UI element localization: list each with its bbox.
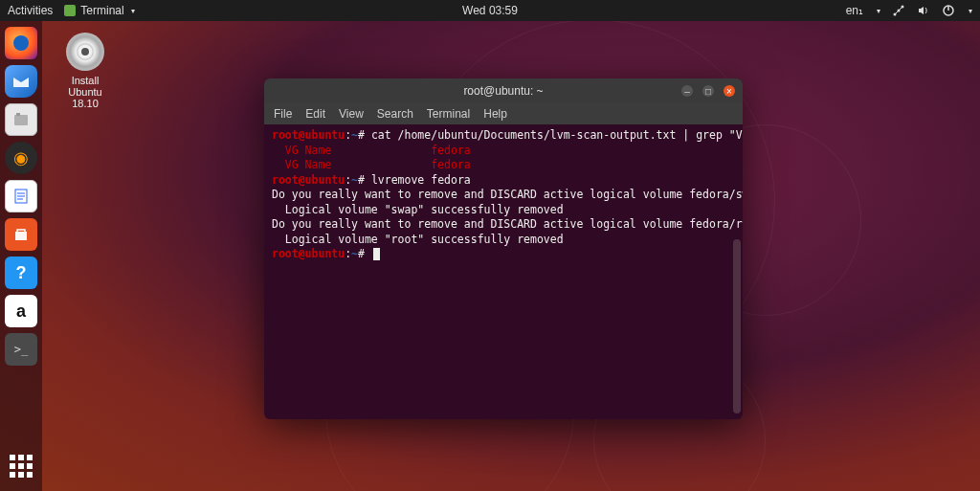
window-close-button[interactable]: × (724, 85, 735, 97)
terminal-output: Do you really want to remove and DISCARD… (272, 188, 735, 203)
terminal-output: VG Name fedora (272, 144, 735, 159)
menu-edit[interactable]: Edit (305, 107, 325, 121)
chevron-down-icon: ▾ (969, 7, 972, 15)
terminal-cursor (373, 248, 380, 260)
dock-libreoffice-writer[interactable] (5, 180, 37, 212)
terminal-output: VG Name fedora (272, 158, 735, 173)
menu-terminal[interactable]: Terminal (427, 107, 470, 121)
desktop-icon-label: InstallUbuntu18.10 (52, 75, 119, 109)
window-maximize-button[interactable]: □ (702, 85, 714, 97)
dock-help[interactable]: ? (5, 257, 37, 289)
terminal-scrollbar[interactable] (733, 239, 741, 413)
terminal-output: Logical volume "root" successfully remov… (272, 233, 735, 248)
window-title: root@ubuntu: ~ (463, 84, 543, 98)
svg-rect-8 (16, 113, 20, 116)
volume-icon[interactable] (917, 4, 930, 17)
power-icon[interactable] (942, 4, 955, 17)
svg-rect-13 (15, 232, 27, 240)
dock: ◉ ? a >_ (0, 21, 42, 491)
dock-files[interactable] (5, 103, 37, 136)
app-menu-label: Terminal (80, 4, 123, 17)
clock[interactable]: Wed 03:59 (462, 4, 518, 17)
menu-view[interactable]: View (339, 107, 364, 121)
window-minimize-button[interactable]: – (681, 85, 693, 97)
terminal-menubar: File Edit View Search Terminal Help (264, 103, 743, 124)
network-icon[interactable] (892, 4, 905, 17)
dock-firefox[interactable] (5, 27, 37, 59)
terminal-window: root@ubuntu: ~ – □ × File Edit View Sear… (264, 78, 743, 419)
input-source-indicator[interactable]: en₁ (846, 4, 863, 17)
svg-point-6 (13, 35, 29, 51)
chevron-down-icon: ▾ (877, 7, 880, 15)
chevron-down-icon: ▾ (131, 7, 135, 15)
menu-search[interactable]: Search (377, 107, 413, 121)
top-panel: Activities Terminal ▾ Wed 03:59 en₁ ▾ ▾ (0, 0, 980, 21)
terminal-output: Do you really want to remove and DISCARD… (272, 217, 735, 233)
terminal-icon (64, 5, 76, 16)
terminal-output: Logical volume "swap" successfully remov… (272, 203, 735, 218)
desktop-icon-install-ubuntu[interactable]: InstallUbuntu18.10 (52, 33, 119, 109)
menu-file[interactable]: File (274, 107, 292, 121)
app-menu[interactable]: Terminal ▾ (64, 4, 134, 17)
svg-line-3 (895, 7, 902, 14)
terminal-body[interactable]: root@ubuntu:~# cat /home/ubuntu/Document… (264, 124, 743, 419)
dock-thunderbird[interactable] (5, 65, 37, 98)
dock-rhythmbox[interactable]: ◉ (5, 142, 37, 174)
dock-ubuntu-software[interactable] (5, 218, 37, 251)
svg-rect-7 (14, 115, 28, 125)
cd-icon (66, 33, 104, 71)
show-applications-button[interactable] (10, 455, 33, 478)
window-titlebar[interactable]: root@ubuntu: ~ – □ × (264, 78, 743, 103)
menu-help[interactable]: Help (483, 107, 507, 121)
activities-button[interactable]: Activities (8, 4, 53, 17)
dock-amazon[interactable]: a (5, 295, 37, 327)
dock-terminal[interactable]: >_ (5, 333, 37, 366)
